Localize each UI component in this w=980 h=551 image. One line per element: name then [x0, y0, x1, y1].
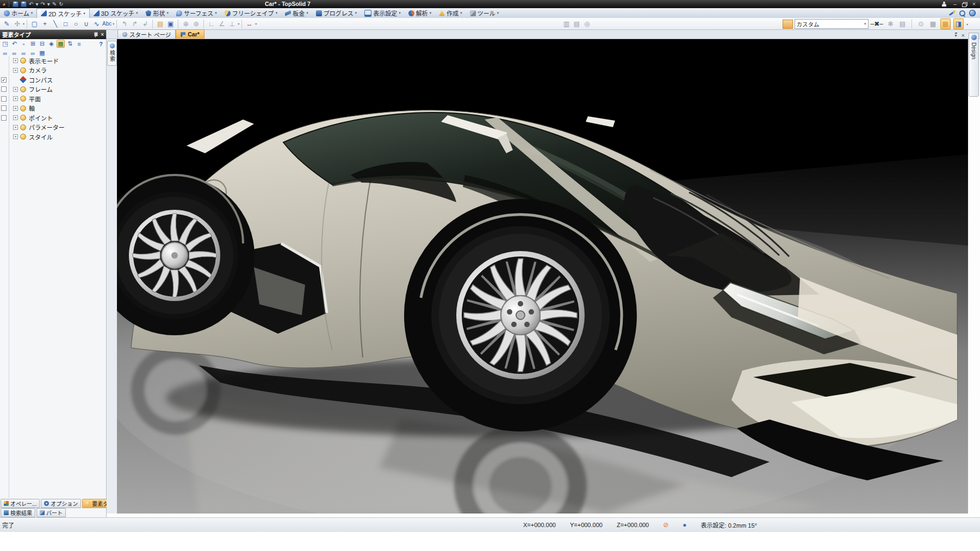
- arc-tool-icon[interactable]: ∪: [82, 19, 91, 29]
- chevron-down-icon[interactable]: ▾: [460, 11, 462, 15]
- pattern-icon[interactable]: ✻: [886, 19, 895, 29]
- checkbox-unchecked[interactable]: [1, 105, 7, 111]
- fillet-tool-icon[interactable]: ↰: [120, 19, 129, 29]
- help-icon[interactable]: ?: [97, 40, 105, 48]
- dropdown-dot-icon[interactable]: ▾: [255, 22, 257, 26]
- export-icon[interactable]: ▣: [166, 19, 175, 29]
- grid-snap-icon[interactable]: ▩: [940, 18, 951, 29]
- checkbox-checked[interactable]: ✓: [1, 77, 7, 83]
- section-view-icon[interactable]: ▥: [562, 19, 571, 29]
- redo-icon[interactable]: ↷: [40, 0, 45, 8]
- section-box-icon[interactable]: ▤: [572, 19, 581, 29]
- chevron-down-icon[interactable]: ▾: [136, 11, 138, 15]
- restore-button[interactable]: [962, 2, 967, 7]
- close-icon[interactable]: ×: [101, 32, 104, 37]
- selection-box-icon[interactable]: ▫: [20, 40, 28, 48]
- custom-render-icon[interactable]: [783, 20, 793, 29]
- chamfer-tool-icon[interactable]: ↱: [130, 19, 139, 29]
- chevron-down-icon[interactable]: ▾: [399, 11, 401, 15]
- spline-tool-icon[interactable]: ∿: [92, 19, 101, 29]
- expand-icon[interactable]: +: [13, 134, 18, 139]
- save-icon[interactable]: [13, 1, 18, 7]
- refresh-icon[interactable]: ↻: [59, 0, 63, 8]
- chevron-down-icon[interactable]: ▾: [306, 11, 308, 15]
- pin-icon[interactable]: [94, 32, 97, 37]
- tab-part[interactable]: パート: [36, 508, 66, 517]
- tree-item-compass[interactable]: ✓コンパス: [0, 75, 106, 85]
- chevron-down-icon[interactable]: ▾: [83, 11, 85, 16]
- options-wrench-icon[interactable]: [948, 10, 956, 17]
- ribbon-tab-progress[interactable]: プログレス▾: [312, 8, 361, 18]
- tree-item-plane[interactable]: +平面: [0, 94, 106, 104]
- design-side-tab[interactable]: Design: [969, 33, 979, 97]
- text-tool-icon[interactable]: Abc: [102, 19, 111, 29]
- edit-icon[interactable]: ✎: [52, 0, 57, 8]
- ribbon-tab-tools[interactable]: ツール▾: [466, 8, 503, 18]
- app-logo-icon[interactable]: ◕: [2, 0, 5, 8]
- grid-view-icon[interactable]: ▦: [928, 19, 938, 29]
- line-tool-icon[interactable]: ╲: [51, 19, 60, 29]
- undo-dropdown-icon[interactable]: ▾: [35, 0, 38, 8]
- chevron-down-icon[interactable]: ▾: [215, 11, 217, 15]
- undo-icon[interactable]: ↶: [29, 0, 33, 8]
- tab-search-results[interactable]: 検索結果: [1, 508, 35, 517]
- ribbon-tab-surface[interactable]: サーフェス▾: [172, 8, 221, 18]
- tab-list-icon[interactable]: ▾: [955, 33, 957, 38]
- chevron-down-icon[interactable]: ▾: [430, 11, 432, 15]
- expand-icon[interactable]: +: [13, 106, 18, 111]
- tab-options[interactable]: オプション: [41, 499, 81, 508]
- save-all-icon[interactable]: [21, 1, 27, 7]
- checkbox-unchecked[interactable]: [1, 96, 7, 102]
- dropdown-dot-icon[interactable]: ▾: [238, 22, 239, 26]
- list-view-icon[interactable]: ≡: [75, 40, 83, 48]
- chevron-down-icon[interactable]: ▾: [276, 11, 278, 15]
- axis-display-icon[interactable]: –✖–: [871, 19, 883, 29]
- document-icon[interactable]: ▤: [156, 19, 165, 29]
- online-help-icon[interactable]: [969, 10, 976, 16]
- collapse-all-icon[interactable]: ⊟: [38, 40, 46, 48]
- tree-item-style[interactable]: +スタイル: [0, 132, 106, 142]
- search-icon[interactable]: [959, 10, 965, 16]
- minimize-button[interactable]: –: [951, 1, 959, 8]
- manikin-tool-icon[interactable]: ✣: [13, 19, 22, 29]
- perpendicular-tool-icon[interactable]: ⊥: [227, 19, 237, 29]
- more-options-icon[interactable]: ▾: [966, 22, 968, 26]
- sketch-visibility-icon[interactable]: ⊙: [916, 19, 926, 29]
- expand-icon[interactable]: +: [13, 96, 18, 101]
- select-element-icon[interactable]: ◳: [1, 40, 9, 48]
- chevron-down-icon[interactable]: ▾: [355, 11, 357, 15]
- ribbon-tab-display[interactable]: 表示設定▾: [361, 8, 405, 18]
- rectangle-tool-icon[interactable]: □: [61, 19, 70, 29]
- paste-tool-icon[interactable]: ⊚: [191, 19, 201, 29]
- tree-item-display-mode[interactable]: +表示モード: [0, 56, 106, 66]
- ribbon-tab-sheetmetal[interactable]: 板金▾: [281, 8, 312, 18]
- dimension-tool-icon[interactable]: ↔: [245, 19, 254, 29]
- ribbon-tab-freeshape[interactable]: フリーシェイプ▾: [221, 8, 281, 18]
- chevron-down-icon[interactable]: ▾: [31, 11, 33, 15]
- tree-item-frame[interactable]: +フレーム: [0, 85, 106, 95]
- snap-indicator-icon[interactable]: ⊘: [663, 521, 668, 529]
- dropdown-dot-icon[interactable]: ▾: [23, 22, 24, 26]
- close-document-icon[interactable]: ×: [962, 32, 965, 39]
- section-zoom-icon[interactable]: ◎: [582, 19, 592, 29]
- ribbon-tab-shape[interactable]: 形状▾: [141, 8, 172, 18]
- dropdown-dot-icon[interactable]: ▾: [113, 22, 114, 26]
- chevron-down-icon[interactable]: ▾: [497, 11, 499, 15]
- checkbox-unchecked[interactable]: [1, 86, 7, 92]
- tree-item-axis[interactable]: +軸: [0, 104, 106, 114]
- render-style-combo[interactable]: カスタム ▾: [795, 19, 869, 29]
- search-side-tab[interactable]: 検索: [107, 41, 117, 66]
- tab-start-page[interactable]: スタート ページ: [117, 29, 176, 39]
- goto-element-icon[interactable]: ◈: [47, 40, 55, 48]
- chevron-down-icon[interactable]: ▾: [166, 11, 169, 15]
- expand-icon[interactable]: +: [13, 115, 18, 120]
- expand-icon[interactable]: +: [13, 58, 18, 63]
- ribbon-tab-3d-sketch[interactable]: 3D スケッチ▾: [90, 8, 142, 18]
- new-sketch-icon[interactable]: ▢: [30, 19, 39, 29]
- filter-active-icon[interactable]: ▦: [57, 40, 65, 48]
- ribbon-tab-home[interactable]: ホーム▾: [0, 8, 36, 18]
- tab-operations[interactable]: オペレー...: [1, 499, 40, 508]
- tree-item-point[interactable]: +ポイント: [0, 113, 106, 123]
- ribbon-tab-analysis[interactable]: 解析▾: [405, 8, 436, 18]
- back-icon[interactable]: ↶: [10, 40, 18, 48]
